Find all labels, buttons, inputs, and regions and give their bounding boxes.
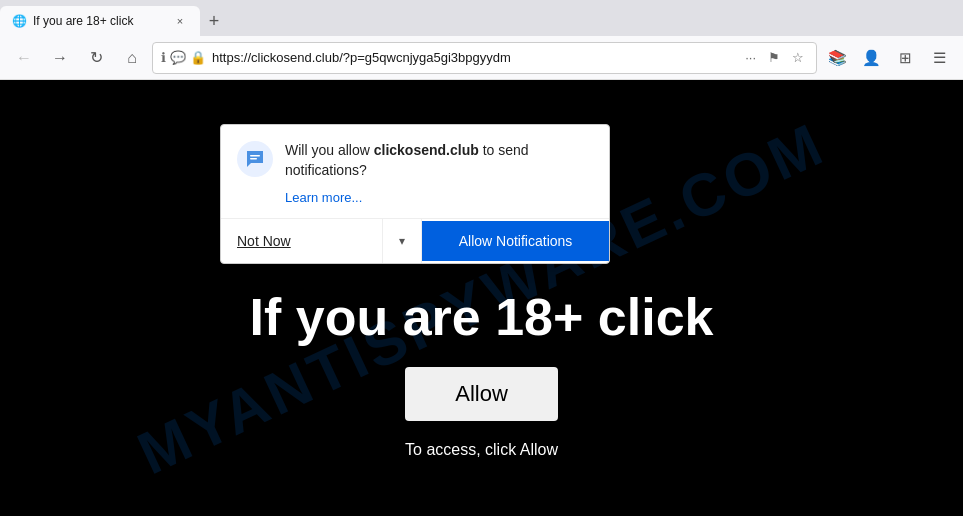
library-button[interactable]: 📚: [821, 42, 853, 74]
home-button[interactable]: ⌂: [116, 42, 148, 74]
address-icons: ℹ 💬 🔒: [161, 50, 206, 65]
tab-favicon: 🌐: [12, 14, 27, 28]
access-text: To access, click Allow: [405, 441, 558, 459]
tab-close-button[interactable]: ×: [172, 13, 188, 29]
not-now-label: Not Now: [237, 233, 291, 249]
page-click-text: If you are 18+ click: [250, 287, 714, 347]
popup-dropdown-button[interactable]: ▾: [382, 219, 422, 263]
chat-icon: 💬: [170, 50, 186, 65]
url-text: https://clickosend.club/?p=g5qwcnjyga5gi…: [212, 50, 735, 65]
popup-learn-more[interactable]: Learn more...: [221, 188, 609, 218]
bookmark-button[interactable]: ☆: [788, 48, 808, 67]
nav-bar: ← → ↻ ⌂ ℹ 💬 🔒 https://clickosend.club/?p…: [0, 36, 963, 80]
allow-notifications-button[interactable]: Allow Notifications: [422, 221, 609, 261]
lock-icon: 🔒: [190, 50, 206, 65]
svg-rect-2: [250, 158, 257, 160]
popup-question: Will you allow clickosend.club to send n…: [285, 142, 529, 178]
pocket-button: ⚑: [764, 48, 784, 67]
page-allow-button[interactable]: Allow: [405, 367, 558, 421]
active-tab[interactable]: 🌐 If you are 18+ click ×: [0, 6, 200, 36]
page-content: MYANTISPYWARE.COM If you are 18+ click A…: [0, 80, 963, 516]
extensions-button[interactable]: ⊞: [889, 42, 921, 74]
popup-text: Will you allow clickosend.club to send n…: [285, 141, 593, 180]
popup-chat-icon: [237, 141, 273, 177]
popup-header: Will you allow clickosend.club to send n…: [221, 125, 609, 188]
not-now-button[interactable]: Not Now: [221, 221, 382, 261]
popup-site-name: clickosend.club: [374, 142, 479, 158]
notification-popup: Will you allow clickosend.club to send n…: [220, 124, 610, 264]
address-bar[interactable]: ℹ 💬 🔒 https://clickosend.club/?p=g5qwcnj…: [152, 42, 817, 74]
new-tab-button[interactable]: +: [200, 7, 228, 35]
browser-window: 🌐 If you are 18+ click × + ← → ↻ ⌂ ℹ 💬 🔒…: [0, 0, 963, 516]
tab-bar: 🌐 If you are 18+ click × +: [0, 0, 963, 36]
popup-actions: Not Now ▾ Allow Notifications: [221, 218, 609, 263]
forward-button[interactable]: →: [44, 42, 76, 74]
learn-more-link[interactable]: Learn more...: [285, 190, 362, 205]
account-button[interactable]: 👤: [855, 42, 887, 74]
toolbar-right: 📚 👤 ⊞ ☰: [821, 42, 955, 74]
refresh-button[interactable]: ↻: [80, 42, 112, 74]
tab-title: If you are 18+ click: [33, 14, 166, 28]
menu-button[interactable]: ☰: [923, 42, 955, 74]
more-options-button[interactable]: ···: [741, 48, 760, 67]
svg-rect-1: [250, 155, 260, 157]
back-button[interactable]: ←: [8, 42, 40, 74]
info-icon: ℹ: [161, 50, 166, 65]
address-right: ··· ⚑ ☆: [741, 48, 808, 67]
